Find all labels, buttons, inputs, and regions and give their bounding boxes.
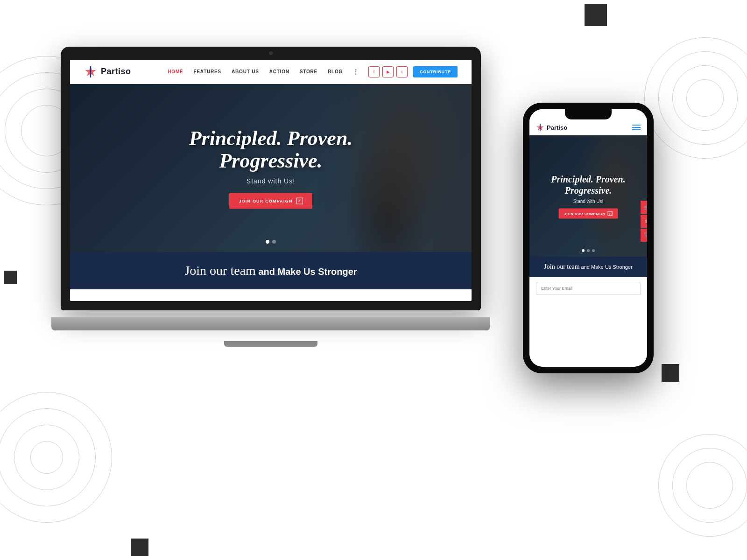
slider-dot-2[interactable] bbox=[272, 240, 276, 244]
phone-join-label: JOIN OUR COMPAIGN bbox=[564, 212, 605, 215]
checkbox-icon: ✓ bbox=[296, 197, 303, 204]
laptop-camera bbox=[269, 51, 273, 55]
phone-hero-section: Principled. Proven. Progressive. Stand w… bbox=[529, 135, 647, 257]
nav-features[interactable]: FEATURES bbox=[193, 69, 221, 74]
hamburger-line-1 bbox=[632, 125, 641, 126]
phone-notch bbox=[565, 109, 612, 119]
nav-action[interactable]: ACTION bbox=[269, 69, 289, 74]
laptop-mockup: Partiso HOME FEATURES ABOUT US ACTION ST… bbox=[61, 47, 481, 364]
laptop-foot bbox=[224, 341, 317, 347]
join-campaign-button[interactable]: JOIN OUR COMPAIGN ✓ bbox=[229, 193, 312, 209]
phone-cart-icon[interactable]: 🛒 bbox=[641, 201, 647, 214]
hero-title: Principled. Proven. Progressive. bbox=[110, 127, 431, 173]
phone-email-input[interactable] bbox=[536, 282, 641, 295]
laptop-social-icons: f ▶ t bbox=[368, 66, 408, 77]
phone-checkbox-icon: ✓ bbox=[607, 211, 612, 216]
hero-title-line1: Principled. Proven. bbox=[189, 127, 353, 150]
phone-join-banner: Join our team and Make Us Stronger bbox=[529, 257, 647, 277]
hero-content: Principled. Proven. Progressive. Stand w… bbox=[110, 127, 431, 209]
nav-store[interactable]: STORE bbox=[300, 69, 317, 74]
laptop-logo-text: Partiso bbox=[101, 67, 131, 77]
laptop-logo: Partiso bbox=[84, 65, 131, 78]
join-banner-text: Join our team and Make Us Stronger bbox=[184, 263, 357, 278]
laptop-bezel: Partiso HOME FEATURES ABOUT US ACTION ST… bbox=[61, 47, 481, 310]
phone-logo-text: Partiso bbox=[547, 124, 567, 131]
nav-about[interactable]: ABOUT US bbox=[232, 69, 259, 74]
nav-more-icon[interactable]: ⋮ bbox=[353, 69, 359, 75]
phone-logo: Partiso bbox=[536, 123, 567, 132]
youtube-icon-btn[interactable]: ▶ bbox=[382, 66, 394, 77]
phone-hero-title: Principled. Proven. Progressive. bbox=[536, 174, 641, 196]
hamburger-menu-icon[interactable] bbox=[632, 125, 641, 130]
phone-join-text: Join our team and Make Us Stronger bbox=[535, 262, 641, 272]
phone-email-icon[interactable]: ✉ bbox=[641, 215, 647, 228]
laptop-join-banner: Join our team and Make Us Stronger bbox=[70, 252, 472, 289]
hamburger-line-3 bbox=[632, 129, 641, 130]
join-campaign-label: JOIN OUR COMPAIGN bbox=[239, 198, 292, 203]
laptop-nav: HOME FEATURES ABOUT US ACTION STORE BLOG… bbox=[168, 69, 359, 75]
hero-subtitle: Stand with Us! bbox=[110, 177, 431, 184]
phone-side-icons: 🛒 ✉ 📎 bbox=[641, 201, 647, 242]
twitter-icon-btn[interactable]: t bbox=[396, 66, 408, 77]
phone-join-cursive: Join our team bbox=[544, 263, 579, 270]
hamburger-line-2 bbox=[632, 127, 641, 128]
nav-blog[interactable]: BLOG bbox=[328, 69, 343, 74]
join-regular-text: and Make Us Stronger bbox=[256, 266, 357, 277]
phone-dot-1[interactable] bbox=[582, 249, 585, 252]
nav-home[interactable]: HOME bbox=[168, 69, 183, 74]
phone-hero-content: Principled. Proven. Progressive. Stand w… bbox=[536, 174, 641, 219]
laptop-bottom-bar bbox=[51, 317, 490, 330]
phone-logo-star-icon bbox=[536, 123, 544, 132]
slider-dots bbox=[266, 240, 276, 244]
phone-dot-2[interactable] bbox=[587, 249, 590, 252]
phone-mockup: Partiso Principled bbox=[523, 103, 654, 392]
phone-dot-3[interactable] bbox=[592, 249, 595, 252]
phone-hero-title-line2: Progressive. bbox=[565, 185, 612, 196]
laptop-outer: Partiso HOME FEATURES ABOUT US ACTION ST… bbox=[61, 47, 481, 317]
laptop-hero-section: Principled. Proven. Progressive. Stand w… bbox=[70, 84, 472, 252]
phone-join-button[interactable]: JOIN OUR COMPAIGN ✓ bbox=[559, 209, 618, 219]
laptop-website-header: Partiso HOME FEATURES ABOUT US ACTION ST… bbox=[70, 60, 472, 84]
slider-dot-1[interactable] bbox=[266, 240, 269, 244]
main-content: Partiso HOME FEATURES ABOUT US ACTION ST… bbox=[0, 0, 747, 560]
phone-screen: Partiso Principled bbox=[529, 109, 647, 367]
phone-hero-title-line1: Principled. Proven. bbox=[551, 174, 625, 184]
contribute-button[interactable]: CONTRIBUTE bbox=[413, 66, 458, 77]
phone-outer: Partiso Principled bbox=[523, 103, 654, 373]
hero-title-line2: Progressive. bbox=[219, 149, 322, 172]
logo-star-icon bbox=[84, 65, 97, 78]
phone-hero-subtitle: Stand with Us! bbox=[536, 199, 641, 204]
laptop-screen: Partiso HOME FEATURES ABOUT US ACTION ST… bbox=[70, 60, 472, 301]
phone-join-regular: and Make Us Stronger bbox=[581, 264, 633, 270]
facebook-icon-btn[interactable]: f bbox=[368, 66, 380, 77]
phone-bookmark-icon[interactable]: 📎 bbox=[641, 229, 647, 242]
join-cursive-text: Join our team bbox=[184, 263, 255, 278]
phone-slider-dots bbox=[582, 249, 595, 252]
